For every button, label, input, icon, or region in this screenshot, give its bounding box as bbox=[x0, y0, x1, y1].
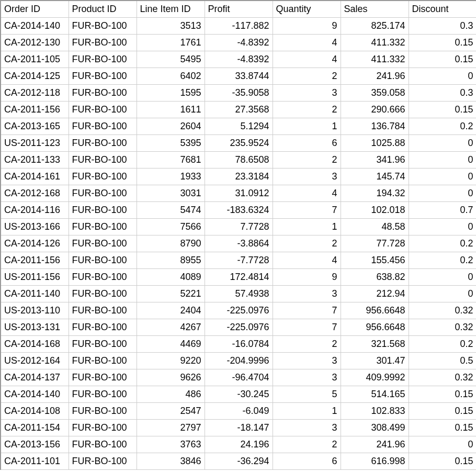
table-row[interactable]: CA-2014-125FUR-BO-100640233.87442241.960 bbox=[1, 68, 476, 84]
cell-product-id[interactable]: FUR-BO-100 bbox=[69, 185, 137, 201]
cell-sales[interactable]: 301.47 bbox=[341, 352, 409, 369]
cell-sales[interactable]: 514.165 bbox=[341, 386, 409, 402]
cell-product-id[interactable]: FUR-BO-100 bbox=[69, 101, 137, 118]
cell-order-id[interactable]: US-2011-156 bbox=[1, 268, 69, 285]
cell-product-id[interactable]: FUR-BO-100 bbox=[69, 118, 137, 134]
cell-sales[interactable]: 102.018 bbox=[341, 201, 409, 218]
cell-discount[interactable]: 0.2 bbox=[409, 335, 476, 352]
cell-sales[interactable]: 48.58 bbox=[341, 218, 409, 235]
cell-line-item-id[interactable]: 7566 bbox=[137, 218, 205, 235]
cell-order-id[interactable]: CA-2013-156 bbox=[1, 436, 69, 453]
cell-order-id[interactable]: CA-2014-161 bbox=[1, 168, 69, 185]
cell-discount[interactable]: 0.2 bbox=[409, 235, 476, 252]
cell-discount[interactable]: 0 bbox=[409, 218, 476, 235]
cell-line-item-id[interactable]: 8955 bbox=[137, 252, 205, 268]
cell-product-id[interactable]: FUR-BO-100 bbox=[69, 453, 137, 469]
cell-sales[interactable]: 241.96 bbox=[341, 68, 409, 84]
cell-line-item-id[interactable]: 4089 bbox=[137, 268, 205, 285]
cell-product-id[interactable]: FUR-BO-100 bbox=[69, 302, 137, 319]
cell-product-id[interactable]: FUR-BO-100 bbox=[69, 168, 137, 185]
cell-product-id[interactable]: FUR-BO-100 bbox=[69, 402, 137, 419]
table-row[interactable]: CA-2012-130FUR-BO-1001761-4.83924411.332… bbox=[1, 34, 476, 51]
header-order-id[interactable]: Order ID bbox=[1, 1, 69, 17]
table-row[interactable]: CA-2014-140FUR-BO-100486-30.2455514.1650… bbox=[1, 386, 476, 402]
cell-quantity[interactable]: 6 bbox=[273, 134, 341, 151]
table-row[interactable]: CA-2014-137FUR-BO-1009626-96.47043409.99… bbox=[1, 369, 476, 386]
cell-profit[interactable]: 5.1294 bbox=[205, 118, 273, 134]
cell-quantity[interactable]: 3 bbox=[273, 285, 341, 302]
cell-product-id[interactable]: FUR-BO-100 bbox=[69, 352, 137, 369]
cell-order-id[interactable]: CA-2014-140 bbox=[1, 386, 69, 402]
cell-discount[interactable]: 0.2 bbox=[409, 252, 476, 268]
table-row[interactable]: US-2011-156FUR-BO-1004089172.48149638.82… bbox=[1, 268, 476, 285]
cell-product-id[interactable]: FUR-BO-100 bbox=[69, 51, 137, 68]
cell-product-id[interactable]: FUR-BO-100 bbox=[69, 201, 137, 218]
cell-order-id[interactable]: CA-2013-165 bbox=[1, 118, 69, 134]
cell-order-id[interactable]: CA-2011-140 bbox=[1, 285, 69, 302]
cell-line-item-id[interactable]: 4469 bbox=[137, 335, 205, 352]
table-row[interactable]: CA-2014-126FUR-BO-1008790-3.8864277.7280… bbox=[1, 235, 476, 252]
cell-sales[interactable]: 359.058 bbox=[341, 84, 409, 101]
table-row[interactable]: US-2013-131FUR-BO-1004267-225.09767956.6… bbox=[1, 319, 476, 335]
cell-discount[interactable]: 0 bbox=[409, 134, 476, 151]
cell-profit[interactable]: -18.147 bbox=[205, 419, 273, 436]
cell-quantity[interactable]: 2 bbox=[273, 151, 341, 168]
cell-line-item-id[interactable]: 3513 bbox=[137, 17, 205, 34]
cell-line-item-id[interactable]: 3031 bbox=[137, 185, 205, 201]
cell-discount[interactable]: 0 bbox=[409, 68, 476, 84]
cell-quantity[interactable]: 2 bbox=[273, 68, 341, 84]
cell-line-item-id[interactable]: 1611 bbox=[137, 101, 205, 118]
cell-order-id[interactable]: CA-2011-156 bbox=[1, 101, 69, 118]
table-row[interactable]: CA-2011-154FUR-BO-1002797-18.1473308.499… bbox=[1, 419, 476, 436]
cell-line-item-id[interactable]: 1595 bbox=[137, 84, 205, 101]
cell-line-item-id[interactable]: 5495 bbox=[137, 51, 205, 68]
cell-discount[interactable]: 0 bbox=[409, 168, 476, 185]
cell-product-id[interactable]: FUR-BO-100 bbox=[69, 151, 137, 168]
cell-order-id[interactable]: CA-2011-154 bbox=[1, 419, 69, 436]
cell-product-id[interactable]: FUR-BO-100 bbox=[69, 268, 137, 285]
cell-discount[interactable]: 0.2 bbox=[409, 118, 476, 134]
cell-profit[interactable]: 172.4814 bbox=[205, 268, 273, 285]
cell-sales[interactable]: 145.74 bbox=[341, 168, 409, 185]
cell-sales[interactable]: 1025.88 bbox=[341, 134, 409, 151]
cell-discount[interactable]: 0.15 bbox=[409, 402, 476, 419]
cell-sales[interactable]: 638.82 bbox=[341, 268, 409, 285]
cell-sales[interactable]: 212.94 bbox=[341, 285, 409, 302]
cell-line-item-id[interactable]: 9220 bbox=[137, 352, 205, 369]
cell-discount[interactable]: 0 bbox=[409, 151, 476, 168]
cell-line-item-id[interactable]: 2797 bbox=[137, 419, 205, 436]
cell-profit[interactable]: 78.6508 bbox=[205, 151, 273, 168]
table-row[interactable]: CA-2014-116FUR-BO-1005474-183.63247102.0… bbox=[1, 201, 476, 218]
cell-discount[interactable]: 0.5 bbox=[409, 352, 476, 369]
cell-profit[interactable]: 33.8744 bbox=[205, 68, 273, 84]
cell-line-item-id[interactable]: 5395 bbox=[137, 134, 205, 151]
cell-profit[interactable]: -225.0976 bbox=[205, 319, 273, 335]
cell-order-id[interactable]: CA-2012-130 bbox=[1, 34, 69, 51]
cell-order-id[interactable]: CA-2012-118 bbox=[1, 84, 69, 101]
cell-quantity[interactable]: 9 bbox=[273, 268, 341, 285]
cell-sales[interactable]: 321.568 bbox=[341, 335, 409, 352]
table-row[interactable]: CA-2013-156FUR-BO-100376324.1962241.960 bbox=[1, 436, 476, 453]
cell-product-id[interactable]: FUR-BO-100 bbox=[69, 436, 137, 453]
cell-product-id[interactable]: FUR-BO-100 bbox=[69, 218, 137, 235]
cell-quantity[interactable]: 7 bbox=[273, 201, 341, 218]
header-line-item-id[interactable]: Line Item ID bbox=[137, 1, 205, 17]
cell-line-item-id[interactable]: 2604 bbox=[137, 118, 205, 134]
cell-discount[interactable]: 0.15 bbox=[409, 419, 476, 436]
cell-sales[interactable]: 411.332 bbox=[341, 34, 409, 51]
cell-product-id[interactable]: FUR-BO-100 bbox=[69, 319, 137, 335]
cell-line-item-id[interactable]: 9626 bbox=[137, 369, 205, 386]
cell-product-id[interactable]: FUR-BO-100 bbox=[69, 235, 137, 252]
cell-order-id[interactable]: US-2012-164 bbox=[1, 352, 69, 369]
cell-sales[interactable]: 194.32 bbox=[341, 185, 409, 201]
cell-line-item-id[interactable]: 486 bbox=[137, 386, 205, 402]
cell-order-id[interactable]: CA-2014-108 bbox=[1, 402, 69, 419]
cell-line-item-id[interactable]: 2547 bbox=[137, 402, 205, 419]
cell-order-id[interactable]: CA-2011-101 bbox=[1, 453, 69, 469]
cell-discount[interactable]: 0 bbox=[409, 268, 476, 285]
cell-discount[interactable]: 0.15 bbox=[409, 34, 476, 51]
table-row[interactable]: CA-2011-105FUR-BO-1005495-4.83924411.332… bbox=[1, 51, 476, 68]
cell-quantity[interactable]: 9 bbox=[273, 17, 341, 34]
cell-quantity[interactable]: 4 bbox=[273, 51, 341, 68]
cell-line-item-id[interactable]: 5474 bbox=[137, 201, 205, 218]
